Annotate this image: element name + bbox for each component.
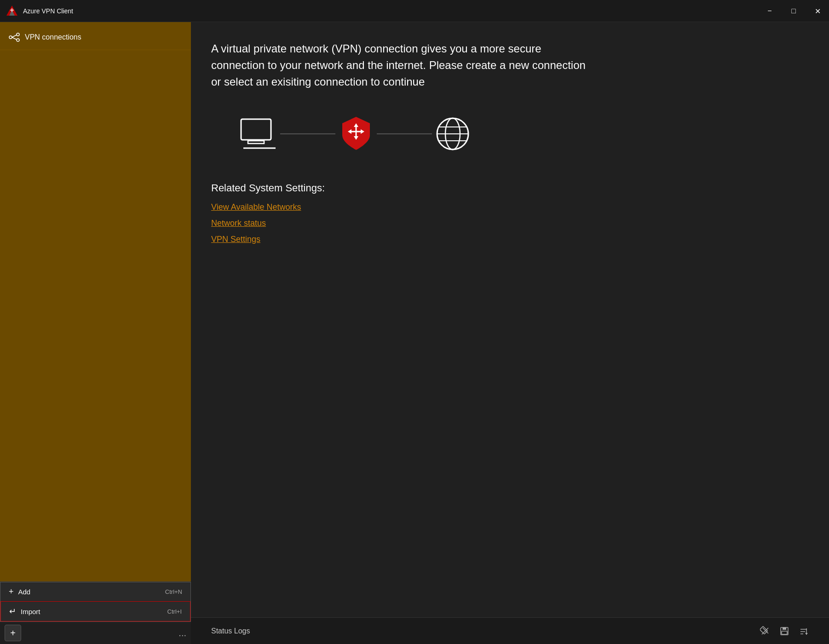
window-controls: − □ ✕ <box>758 0 829 22</box>
vpn-connections-icon <box>8 31 20 43</box>
toolbar-bar: + ... <box>0 622 191 644</box>
svg-line-8 <box>12 37 17 40</box>
import-label: Import <box>21 608 40 615</box>
add-menu-item[interactable]: + Add Ctrl+N <box>0 582 190 601</box>
svg-rect-25 <box>783 627 786 630</box>
vpn-settings-link[interactable]: VPN Settings <box>211 235 260 244</box>
sidebar: VPN connections + Add Ctrl+N ↵ Import <box>0 22 191 644</box>
import-menu-item[interactable]: ↵ Import Ctrl+I <box>0 601 190 621</box>
add-button[interactable]: + <box>5 625 21 641</box>
restore-button[interactable]: □ <box>782 0 805 22</box>
svg-line-7 <box>12 35 17 37</box>
main-content: A virtual private network (VPN) connecti… <box>191 22 829 644</box>
related-settings: Related System Settings: View Available … <box>211 182 809 251</box>
status-bar: Status Logs <box>191 617 829 644</box>
line-1 <box>280 133 335 134</box>
shield-icon <box>335 113 377 155</box>
status-icons <box>760 626 809 636</box>
sort-icon[interactable] <box>799 626 809 636</box>
add-label: Add <box>18 588 31 596</box>
svg-rect-23 <box>760 626 767 634</box>
view-available-networks-link[interactable]: View Available Networks <box>211 202 301 212</box>
status-logs-label: Status Logs <box>211 627 760 635</box>
network-status-link[interactable]: Network status <box>211 218 266 228</box>
svg-point-4 <box>9 36 12 39</box>
app-logo <box>6 5 18 17</box>
import-icon: ↵ <box>9 606 16 616</box>
svg-point-6 <box>17 39 19 41</box>
description-text: A virtual private network (VPN) connecti… <box>211 40 588 90</box>
computer-icon <box>239 117 280 151</box>
svg-point-5 <box>17 33 19 36</box>
line-2 <box>377 133 432 134</box>
add-shortcut: Ctrl+N <box>165 588 182 595</box>
svg-rect-10 <box>248 141 264 144</box>
connections-area <box>0 50 191 581</box>
sidebar-bottom: + Add Ctrl+N ↵ Import Ctrl+I + ... <box>0 581 191 644</box>
globe-icon <box>432 113 473 155</box>
vpn-diagram <box>239 113 809 155</box>
close-button[interactable]: ✕ <box>806 0 829 22</box>
import-shortcut: Ctrl+I <box>167 608 182 615</box>
svg-rect-26 <box>782 631 787 634</box>
add-icon: + <box>9 587 14 597</box>
app-title: Azure VPN Client <box>23 7 823 15</box>
context-menu: + Add Ctrl+N ↵ Import Ctrl+I <box>0 582 191 622</box>
save-icon[interactable] <box>779 626 789 636</box>
clear-icon[interactable] <box>760 626 770 636</box>
svg-marker-31 <box>805 633 808 635</box>
title-bar: Azure VPN Client − □ ✕ <box>0 0 829 22</box>
sidebar-header: VPN connections <box>0 22 191 50</box>
svg-rect-9 <box>241 119 271 140</box>
minimize-button[interactable]: − <box>758 0 781 22</box>
vpn-connections-label: VPN connections <box>25 33 81 41</box>
related-settings-title: Related System Settings: <box>211 182 809 194</box>
more-button[interactable]: ... <box>178 628 186 638</box>
app-body: VPN connections + Add Ctrl+N ↵ Import <box>0 22 829 644</box>
